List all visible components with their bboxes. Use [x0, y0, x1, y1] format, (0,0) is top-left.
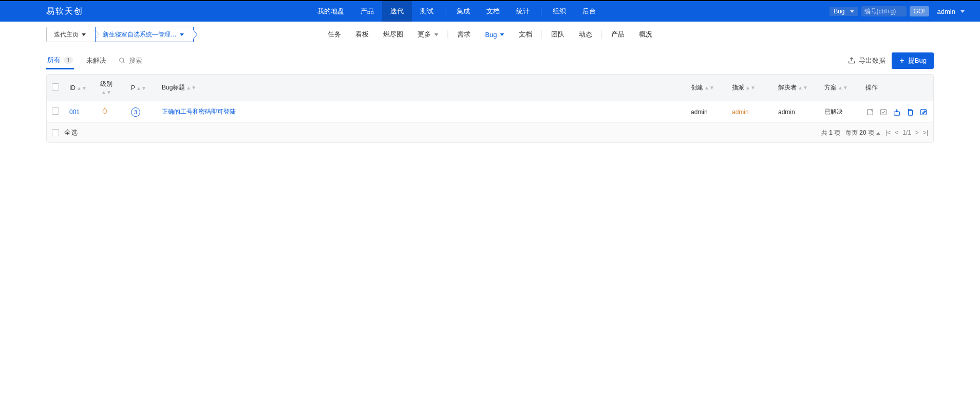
nav-stats[interactable]: 统计 [508, 1, 538, 22]
subnav-separator [541, 30, 542, 39]
topbar-right: Bug GO! admin [830, 6, 970, 16]
secondary-bar: 迭代主页 新生寝室自选系统—管理… 任务 看板 燃尽图 更多 需求 Bug 文档… [0, 22, 980, 47]
priority-badge: 3 [131, 107, 140, 117]
close-action-icon[interactable] [892, 107, 901, 117]
svg-rect-7 [909, 110, 913, 115]
col-plan[interactable]: 方案▲▼ [819, 75, 860, 101]
col-ops: 操作 [860, 75, 933, 101]
plus-icon [899, 58, 905, 64]
search-icon [119, 57, 126, 64]
sort-icon: ▲▼ [77, 87, 87, 89]
sort-icon: ▲▼ [136, 87, 146, 89]
chevron-down-icon [500, 33, 504, 36]
nav-product[interactable]: 产品 [352, 1, 382, 22]
chevron-down-icon [180, 33, 184, 36]
bug-table: ID▲▼ 级别▲▼ P▲▼ Bug标题▲▼ 创建▲▼ 指派▲▼ 解决者▲▼ 方案… [46, 74, 934, 143]
export-label: 导出数据 [859, 56, 885, 65]
filter-tab-all[interactable]: 所有 1 [46, 52, 74, 69]
chevron-down-icon [850, 10, 854, 13]
global-search-go-button[interactable]: GO! [910, 6, 929, 16]
svg-line-1 [123, 62, 125, 63]
col-severity[interactable]: 级别▲▼ [95, 75, 126, 101]
subnav-req[interactable]: 需求 [450, 22, 478, 47]
row-actions [865, 107, 928, 117]
chevron-down-icon [82, 33, 86, 36]
subnav-bug[interactable]: Bug [478, 22, 511, 47]
subnav-separator [601, 30, 602, 39]
subnav-more[interactable]: 更多 [410, 22, 445, 47]
col-title[interactable]: Bug标题▲▼ [157, 75, 686, 101]
per-page-select[interactable]: 每页 20 项 [845, 129, 880, 137]
nav-separator [445, 7, 445, 16]
global-search-input[interactable] [861, 6, 907, 16]
col-id[interactable]: ID▲▼ [64, 75, 95, 101]
sub-nav: 任务 看板 燃尽图 更多 需求 Bug 文档 团队 动态 产品 概况 [321, 22, 659, 47]
nav-test[interactable]: 测试 [412, 1, 442, 22]
crumb-label: 新生寝室自选系统—管理… [103, 30, 177, 39]
total-count: 共 1 项 [821, 129, 840, 137]
filter-tab-unresolved[interactable]: 未解决 [85, 53, 107, 68]
sort-icon: ▲▼ [838, 86, 848, 89]
select-all-footer-checkbox[interactable] [52, 129, 59, 136]
bug-title-link[interactable]: 正确的工号和密码即可登陆 [162, 108, 236, 115]
add-bug-button[interactable]: 提Bug [892, 52, 934, 69]
subnav-task[interactable]: 任务 [321, 22, 348, 47]
row-checkbox[interactable] [52, 107, 59, 115]
pager-prev-icon[interactable]: < [895, 129, 898, 136]
nav-admin[interactable]: 后台 [574, 1, 604, 22]
subnav-kanban[interactable]: 看板 [348, 22, 376, 47]
col-assignee[interactable]: 指派▲▼ [727, 75, 773, 101]
filter-search[interactable]: 搜索 [119, 56, 142, 65]
severity-flame-icon [100, 110, 109, 117]
sort-icon: ▲▼ [186, 86, 196, 89]
select-all-label[interactable]: 全选 [64, 128, 78, 137]
pager: |< < 1/1 > >| [885, 129, 928, 136]
subnav-team[interactable]: 团队 [544, 22, 572, 47]
search-type-select[interactable]: Bug [830, 7, 858, 16]
export-data-link[interactable]: 导出数据 [847, 56, 885, 65]
subnav-doc[interactable]: 文档 [512, 22, 539, 47]
pager-next-icon[interactable]: > [915, 129, 919, 136]
bug-id-link[interactable]: 001 [69, 109, 80, 116]
plan-cell: 已解决 [819, 101, 860, 123]
table-footer: 全选 共 1 项 每页 20 项 |< < 1/1 > >| [52, 128, 928, 137]
pager-last-icon[interactable]: >| [923, 129, 928, 136]
nav-my-dashboard[interactable]: 我的地盘 [309, 1, 352, 22]
nav-org[interactable]: 组织 [544, 1, 574, 22]
resolve-action-icon[interactable] [879, 107, 888, 117]
subnav-product[interactable]: 产品 [604, 22, 632, 47]
subnav-activity[interactable]: 动态 [572, 22, 599, 47]
filter-count-badge: 1 [64, 57, 73, 64]
pager-first-icon[interactable]: |< [885, 129, 891, 136]
filter-bar: 所有 1 未解决 搜索 导出数据 提Bug [46, 50, 934, 71]
brand-title: 易软天创 [46, 6, 83, 17]
export-icon [847, 57, 856, 65]
filter-label: 所有 [47, 56, 61, 65]
nav-doc[interactable]: 文档 [478, 1, 508, 22]
col-creator[interactable]: 创建▲▼ [686, 75, 727, 101]
user-menu[interactable]: admin [932, 8, 970, 15]
col-priority[interactable]: P▲▼ [126, 75, 157, 101]
edit-action-icon[interactable] [919, 107, 928, 117]
chevron-up-icon [876, 132, 880, 135]
table-row: 001 3 正确的工号和密码即可登陆 admin admin admin 已解决 [47, 101, 933, 123]
col-resolver[interactable]: 解决者▲▼ [773, 75, 819, 101]
pager-page-indicator: 1/1 [902, 129, 911, 136]
subnav-burndown[interactable]: 燃尽图 [376, 22, 410, 47]
subnav-overview[interactable]: 概况 [632, 22, 659, 47]
sort-icon: ▲▼ [704, 86, 714, 89]
crumb-iteration-home[interactable]: 迭代主页 [46, 27, 96, 42]
crumb-project-select[interactable]: 新生寝室自选系统—管理… [95, 27, 194, 42]
assignee-cell: admin [732, 109, 749, 116]
search-type-label: Bug [834, 8, 844, 15]
chevron-down-icon [434, 33, 438, 36]
nav-integration[interactable]: 集成 [448, 1, 478, 22]
content-area: 所有 1 未解决 搜索 导出数据 提Bug ID▲▼ [0, 50, 980, 143]
add-bug-label: 提Bug [908, 56, 927, 65]
select-all-header-checkbox[interactable] [52, 83, 59, 91]
confirm-action-icon[interactable] [865, 107, 875, 117]
nav-iteration[interactable]: 迭代 [382, 1, 412, 22]
copy-action-icon[interactable] [906, 107, 915, 117]
sort-icon: ▲▼ [101, 91, 111, 94]
nav-separator [541, 7, 541, 16]
